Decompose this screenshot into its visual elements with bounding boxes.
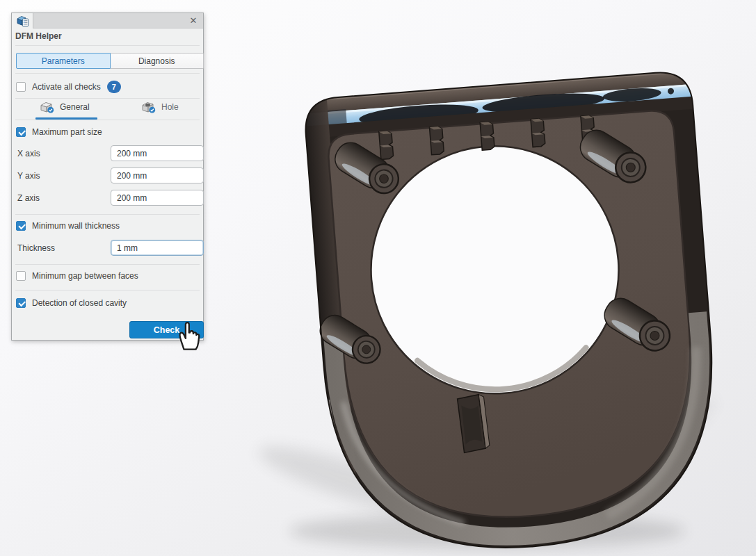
thickness-input[interactable] xyxy=(111,240,204,256)
z-axis-label: Z axis xyxy=(17,193,40,203)
tab-parameters[interactable]: Parameters xyxy=(16,53,111,69)
min-gap-row: Minimum gap between faces xyxy=(16,271,199,281)
tab-diagnosis[interactable]: Diagnosis xyxy=(111,53,204,69)
checks-count-badge: 7 xyxy=(107,81,121,93)
max-part-size-label: Maximum part size xyxy=(32,127,102,137)
max-part-size-row: Maximum part size xyxy=(16,127,199,137)
check-button[interactable]: Check xyxy=(129,321,204,338)
y-axis-label: Y axis xyxy=(17,171,40,181)
x-axis-row: X axis xyxy=(17,145,198,161)
subtab-general-label: General xyxy=(60,102,90,112)
x-axis-input[interactable] xyxy=(111,145,204,161)
main-tabs: Parameters Diagnosis xyxy=(16,53,204,69)
activate-all-row: Activate all checks 7 xyxy=(16,81,199,93)
panel-tab-strip: ✕ xyxy=(12,13,203,28)
divider xyxy=(15,264,200,265)
divider xyxy=(15,73,200,74)
x-axis-label: X axis xyxy=(17,149,40,158)
thickness-label: Thickness xyxy=(17,243,55,253)
min-gap-label: Minimum gap between faces xyxy=(32,271,138,281)
min-wall-label: Minimum wall thickness xyxy=(32,221,120,231)
activate-all-label: Activate all checks xyxy=(32,82,101,92)
max-part-size-checkbox[interactable] xyxy=(16,127,26,137)
divider xyxy=(15,120,200,120)
dfm-helper-panel: ✕ DFM Helper Parameters Diagnosis Activa… xyxy=(11,13,204,341)
activate-all-checkbox[interactable] xyxy=(16,82,26,92)
dfm-helper-tab[interactable] xyxy=(12,13,33,28)
closed-cavity-row: Detection of closed cavity xyxy=(16,298,199,308)
min-wall-checkbox[interactable] xyxy=(16,221,26,231)
z-axis-row: Z axis xyxy=(17,190,198,206)
close-button[interactable]: ✕ xyxy=(187,15,200,27)
z-axis-input[interactable] xyxy=(111,190,204,206)
hole-cube-icon xyxy=(141,101,156,113)
closed-cavity-label: Detection of closed cavity xyxy=(32,298,127,308)
general-cube-icon xyxy=(40,101,55,113)
panel-title: DFM Helper xyxy=(15,31,62,41)
subtab-hole[interactable]: Hole xyxy=(141,101,179,113)
dfm-helper-icon xyxy=(16,15,29,28)
subtab-hole-label: Hole xyxy=(161,102,179,112)
divider xyxy=(15,45,200,46)
y-axis-input[interactable] xyxy=(111,167,204,183)
y-axis-row: Y axis xyxy=(17,167,198,183)
thickness-row: Thickness xyxy=(17,240,198,256)
divider xyxy=(15,98,200,99)
closed-cavity-checkbox[interactable] xyxy=(16,298,26,308)
divider xyxy=(15,290,200,291)
category-subtabs: General Hole xyxy=(12,101,203,120)
subtab-general[interactable]: General xyxy=(40,101,90,113)
divider xyxy=(15,214,200,215)
min-wall-row: Minimum wall thickness xyxy=(16,221,199,231)
min-gap-checkbox[interactable] xyxy=(16,271,26,281)
